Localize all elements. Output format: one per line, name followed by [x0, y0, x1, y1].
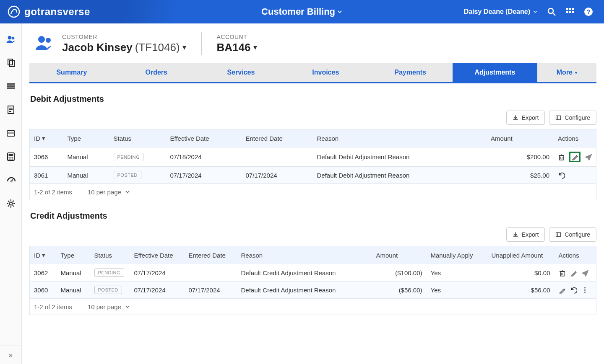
reverse-icon[interactable]	[558, 172, 565, 179]
user-menu[interactable]: Daisy Deane (Deane)	[464, 8, 538, 15]
chevron-down-icon	[125, 304, 130, 310]
col-amount[interactable]: Amount	[487, 129, 554, 147]
col-actions: Actions	[554, 129, 596, 147]
tab-services[interactable]: Services	[199, 63, 284, 82]
delete-icon[interactable]	[558, 153, 565, 160]
download-icon	[513, 232, 518, 238]
sidebar-item-payments[interactable]	[0, 121, 21, 145]
col-type[interactable]: Type	[57, 246, 90, 264]
account-value: BA146	[217, 41, 251, 54]
credit-table: ID▾ Type Status Effective Date Entered D…	[29, 246, 596, 299]
help-icon[interactable]	[584, 7, 593, 16]
delete-icon[interactable]	[559, 269, 566, 276]
section-dropdown[interactable]: Customer Billing	[261, 6, 343, 17]
cell-reason: Default Credit Adjustment Reason	[237, 281, 372, 299]
export-button[interactable]: Export	[506, 227, 545, 242]
col-actions: Actions	[555, 246, 596, 264]
divider	[201, 32, 202, 55]
configure-button[interactable]: Configure	[549, 111, 596, 125]
debit-adjustments-section: Debit Adjustments Export Configure ID▾ T…	[22, 83, 604, 200]
cell-type: Manual	[57, 264, 90, 281]
tab-more[interactable]: More ▾	[537, 63, 596, 82]
divider	[80, 303, 80, 310]
pager-count: 1-2 of 2 items	[34, 303, 72, 310]
sidebar-item-settings[interactable]	[0, 192, 21, 215]
cell-effective: 07/18/2024	[166, 147, 242, 167]
sidebar-item-orders[interactable]	[0, 51, 21, 75]
sidebar-item-dashboard[interactable]	[0, 168, 21, 192]
col-unapplied[interactable]: Unapplied Amount	[487, 246, 555, 264]
credit-pager: 1-2 of 2 items 10 per page	[29, 299, 596, 315]
search-icon[interactable]	[547, 7, 556, 16]
cell-reason: Default Debit Adjustment Reason	[313, 147, 487, 167]
customer-icon	[34, 34, 55, 54]
tab-summary[interactable]: Summary	[29, 63, 114, 82]
sidebar-item-calculator[interactable]	[0, 145, 21, 168]
tab-invoices[interactable]: Invoices	[283, 63, 368, 82]
configure-button[interactable]: Configure	[549, 227, 596, 242]
sort-desc-icon: ▾	[42, 251, 45, 259]
post-icon[interactable]	[585, 153, 592, 160]
cell-status: PENDING	[90, 264, 130, 281]
cell-id: 3062	[30, 264, 57, 281]
brand-name: gotransverse	[24, 6, 90, 18]
caret-down-icon: ▾	[575, 70, 577, 75]
more-actions-icon[interactable]	[581, 287, 588, 294]
debit-title: Debit Adjustments	[29, 94, 596, 104]
col-type[interactable]: Type	[63, 129, 109, 147]
apps-grid-icon[interactable]	[565, 7, 575, 16]
cell-type: Manual	[63, 147, 109, 167]
main-content: CUSTOMER Jacob Kinsey (TF1046) ▾ ACCOUNT…	[22, 23, 604, 364]
col-status[interactable]: Status	[90, 246, 130, 264]
col-status[interactable]: Status	[109, 129, 166, 147]
cell-manually: Yes	[427, 281, 487, 299]
pager-per-page[interactable]: 10 per page	[88, 303, 130, 310]
credit-toolbar: Export Configure	[29, 227, 596, 242]
reverse-icon[interactable]	[570, 287, 577, 294]
edit-highlight	[569, 152, 581, 162]
account-tabs: Summary Orders Services Invoices Payment…	[29, 63, 596, 83]
caret-down-icon	[533, 9, 538, 14]
col-manually-apply[interactable]: Manually Apply	[427, 246, 487, 264]
col-effective[interactable]: Effective Date	[130, 246, 185, 264]
sidebar-collapse-toggle[interactable]: »	[0, 346, 21, 364]
table-row: 3061 Manual POSTED 07/17/2024 07/17/2024…	[30, 167, 596, 184]
tab-adjustments[interactable]: Adjustments	[453, 63, 537, 82]
account-selector[interactable]: BA146 ▾	[217, 41, 257, 54]
table-row: 3062 Manual PENDING 07/17/2024 Default C…	[30, 264, 596, 281]
cell-status: PENDING	[109, 147, 166, 167]
post-icon[interactable]	[581, 269, 588, 276]
col-entered[interactable]: Entered Date	[242, 129, 313, 147]
cell-actions	[554, 147, 596, 167]
debit-table: ID▾ Type Status Effective Date Entered D…	[29, 129, 596, 184]
col-reason[interactable]: Reason	[313, 129, 487, 147]
credit-title: Credit Adjustments	[29, 211, 596, 221]
pager-per-page[interactable]: 10 per page	[88, 188, 130, 196]
col-id[interactable]: ID▾	[30, 129, 63, 147]
brand-logo-icon	[8, 5, 20, 18]
edit-icon[interactable]	[559, 287, 566, 294]
caret-down-icon: ▾	[253, 43, 257, 52]
columns-icon	[555, 115, 561, 121]
caret-down-icon: ▾	[182, 43, 186, 52]
cell-amount: ($56.00)	[372, 281, 427, 299]
col-id[interactable]: ID▾	[30, 246, 57, 264]
sort-desc-icon: ▾	[42, 134, 45, 142]
col-entered[interactable]: Entered Date	[185, 246, 237, 264]
tab-payments[interactable]: Payments	[368, 63, 453, 82]
sidebar-item-customers[interactable]	[0, 28, 21, 51]
sidebar-item-documents[interactable]	[0, 98, 21, 121]
customer-selector[interactable]: Jacob Kinsey (TF1046) ▾	[62, 41, 186, 54]
tab-orders[interactable]: Orders	[114, 63, 199, 82]
edit-icon[interactable]	[571, 153, 578, 160]
col-amount[interactable]: Amount	[372, 246, 427, 264]
cell-actions	[555, 281, 596, 299]
edit-icon[interactable]	[570, 269, 577, 276]
caret-down-icon	[337, 9, 343, 15]
col-reason[interactable]: Reason	[237, 246, 372, 264]
col-effective[interactable]: Effective Date	[166, 129, 242, 147]
sidebar-item-products[interactable]	[0, 75, 21, 98]
brand[interactable]: gotransverse	[0, 0, 210, 23]
customer-label: CUSTOMER	[62, 34, 186, 40]
export-button[interactable]: Export	[506, 111, 545, 125]
